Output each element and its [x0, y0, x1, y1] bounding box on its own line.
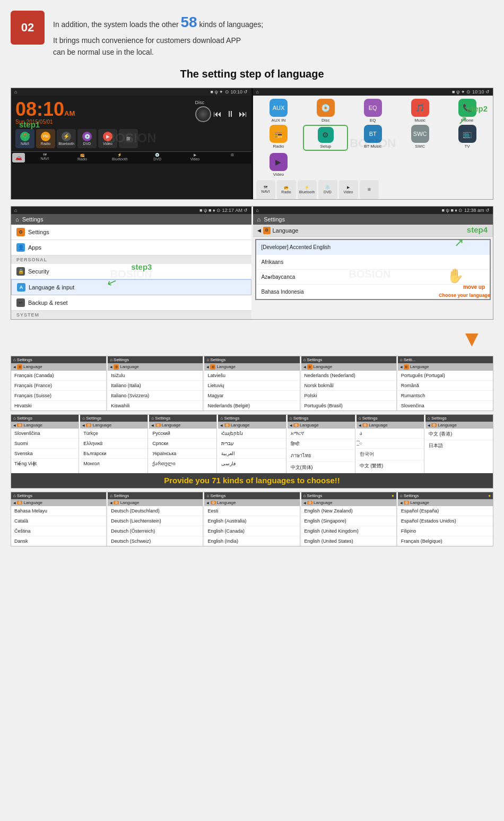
video-app[interactable]: ▶ Video: [98, 129, 117, 148]
lang-deutsch-ch[interactable]: Deutsch (Schweiz): [108, 536, 203, 546]
lang-romana[interactable]: Română: [398, 381, 493, 391]
lang-cestina[interactable]: Čeština: [11, 526, 106, 536]
lang-english-ca[interactable]: English (Canada): [204, 526, 299, 536]
car-nav-icon[interactable]: 🚗: [12, 153, 25, 163]
lang-francais-france[interactable]: Français (France): [11, 381, 106, 391]
navi-app2[interactable]: 🗺NAVI: [256, 180, 275, 199]
lang-latviesu[interactable]: Latviešu: [204, 371, 299, 381]
fm-app[interactable]: FM Radio: [36, 129, 55, 148]
app-radio[interactable]: 📻 Radio: [256, 125, 301, 151]
lang-kiswahili[interactable]: Kiswahili: [108, 401, 203, 410]
lang-english-us[interactable]: English (United States): [301, 536, 396, 546]
dvd-app2[interactable]: 💿DVD: [318, 180, 337, 199]
lang-greek[interactable]: Ελληνικά: [80, 439, 147, 449]
app-disc[interactable]: 💿 Disc: [303, 99, 348, 123]
video-app2[interactable]: ▶Video: [339, 180, 358, 199]
settings-item-backup[interactable]: ↩ Backup & reset: [11, 295, 251, 311]
lang-magyar[interactable]: Magyar: [204, 391, 299, 401]
lang-francais-suisse[interactable]: Français (Suisse): [11, 391, 106, 401]
app-btmusic[interactable]: BT BT Music: [350, 125, 395, 151]
lang-rumantsch[interactable]: Rumantsch: [398, 391, 493, 401]
lang-chinese-simple[interactable]: 中文(简体): [288, 462, 355, 473]
lang-espanol-us[interactable]: Español (Estados Unidos): [398, 516, 493, 526]
lang-eesti[interactable]: Eesti: [204, 506, 299, 516]
lang-francais-be[interactable]: Français (Belgique): [398, 536, 493, 546]
app-video[interactable]: ▶ Video: [256, 153, 301, 177]
settings-item-language[interactable]: A Language & input: [11, 279, 251, 295]
lang-espanol-es[interactable]: Español (España): [398, 506, 493, 516]
bt-app2[interactable]: ⚡Bluetooth: [298, 180, 317, 199]
lang-isizulu[interactable]: IsiZulu: [108, 371, 203, 381]
nav-radio[interactable]: 📻Radio: [64, 152, 101, 164]
lang-catala[interactable]: Català: [11, 516, 106, 526]
lang-bahasa-melayu[interactable]: Bahasa Melayu: [11, 506, 106, 516]
lang-arabic[interactable]: العربية: [218, 449, 285, 459]
lang-english-in[interactable]: English (India): [204, 536, 299, 546]
nav-grid[interactable]: ⊞: [214, 152, 251, 164]
lang-chinese-hk[interactable]: 中文 (香港): [425, 429, 493, 440]
app-music[interactable]: 🎵 Music: [397, 99, 442, 123]
next-button[interactable]: ⏭: [239, 109, 247, 119]
app-eq[interactable]: EQ EQ: [350, 99, 395, 123]
lang-nederlands-belgie[interactable]: Nederlands (België): [204, 401, 299, 410]
dvd-app[interactable]: 💿 DVD: [77, 129, 97, 148]
lang-polski[interactable]: Polski: [301, 391, 396, 401]
lang-deutsch-at[interactable]: Deutsch (Österreich): [108, 526, 203, 536]
app-tv[interactable]: 📺 TV: [445, 125, 490, 151]
lang-suomi[interactable]: Suomi: [11, 439, 79, 449]
app-swc[interactable]: SWC SWC: [397, 125, 442, 151]
lang-norsk[interactable]: Norsk bokmål: [301, 381, 396, 391]
lang-russian[interactable]: Русский: [149, 429, 216, 439]
lang-slovenscina[interactable]: Slovenščina: [11, 429, 79, 439]
lang-georgian[interactable]: ქართული: [149, 459, 216, 468]
lang-portugues-brasil[interactable]: Português (Brasil): [301, 401, 396, 410]
lang-nederlands-nederland[interactable]: Nederlands (Nederland): [301, 371, 396, 381]
lang-english-sg[interactable]: English (Singapore): [301, 516, 396, 526]
radio-app2[interactable]: 📻Radio: [277, 180, 296, 199]
nav-navi[interactable]: 🗺NAVI: [26, 152, 64, 164]
pause-button[interactable]: ⏸: [226, 109, 234, 119]
lang-portugues-portugal[interactable]: Português (Portugal): [398, 371, 493, 381]
lang-myanmar[interactable]: ြ: [357, 439, 424, 449]
lang-bulgarian[interactable]: Български: [80, 449, 147, 459]
lang-deutsch-li[interactable]: Deutsch (Liechtenstein): [108, 516, 203, 526]
settings-item-apps[interactable]: 👤 Apps: [11, 240, 251, 255]
lang-geo2[interactable]: ა: [357, 429, 424, 439]
lang-thai[interactable]: ภาษาไทย: [288, 450, 355, 462]
prev-button[interactable]: ⏮: [213, 109, 222, 119]
lang-english-nz[interactable]: English (New Zealand): [301, 506, 396, 516]
nav-video[interactable]: ▶Video: [176, 152, 214, 164]
lang-mongol[interactable]: Монгол: [80, 459, 147, 468]
lang-francais-canada[interactable]: Français (Canada): [11, 371, 106, 381]
lang-tieng-viet[interactable]: Tiếng Việt: [11, 459, 79, 468]
grid-app[interactable]: ⊞: [119, 129, 138, 148]
app-aux[interactable]: AUX AUX IN: [256, 99, 301, 123]
lang-deutsch-de[interactable]: Deutsch (Deutschland): [108, 506, 203, 516]
lang-english-au[interactable]: English (Australia): [204, 516, 299, 526]
grid-app2[interactable]: ⊞: [360, 180, 379, 199]
lang-slovencina[interactable]: Slovenčina: [398, 401, 493, 410]
lang-filipino[interactable]: Filipino: [398, 526, 493, 536]
lang-turkce[interactable]: Türkçe: [80, 429, 147, 439]
app-setup[interactable]: ⚙ Setup: [303, 125, 348, 151]
lang-serbian[interactable]: Српски: [149, 439, 216, 449]
lang-hrvatski[interactable]: Hrvatski: [11, 401, 106, 410]
lang-italiano-italia[interactable]: Italiano (Italia): [108, 381, 203, 391]
nav-bluetooth[interactable]: ⚡Bluetooth: [101, 152, 139, 164]
lang-persian[interactable]: فارسی: [218, 459, 285, 468]
lang-lietuviu[interactable]: Lietuvių: [204, 381, 299, 391]
lang-hindi[interactable]: हिन्दी: [288, 439, 355, 450]
lang-korean[interactable]: 한국어: [357, 449, 424, 460]
lang-armenian[interactable]: Հայերեն: [218, 429, 285, 439]
lang-japanese[interactable]: 日本語: [425, 440, 493, 451]
nav-dvd[interactable]: 💿DVD: [138, 152, 176, 164]
lang-hebrew[interactable]: עברית: [218, 439, 285, 449]
lang-amharic[interactable]: አማርኛ: [288, 429, 355, 439]
lang-svenska[interactable]: Svenska: [11, 449, 79, 459]
lang-ukrainian[interactable]: Українська: [149, 449, 216, 459]
lang-chinese-trad[interactable]: 中文 (繁體): [357, 460, 424, 472]
lang-english-gb[interactable]: English (United Kingdom): [301, 526, 396, 536]
settings-item-settings[interactable]: ⚙ Settings: [11, 225, 251, 240]
bt-app[interactable]: ⚡ Bluetooth: [57, 129, 76, 148]
lang-dansk[interactable]: Dansk: [11, 536, 106, 546]
